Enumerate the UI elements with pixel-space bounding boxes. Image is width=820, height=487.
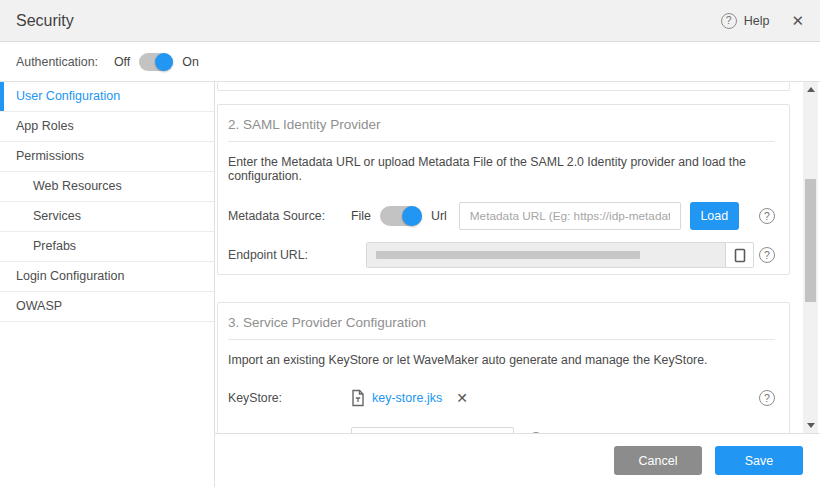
remove-keystore-icon[interactable]: ✕ (456, 391, 468, 405)
keystore-help-icon[interactable]: ? (759, 390, 775, 406)
service-provider-configuration-section: 3. Service Provider Configuration Import… (217, 302, 790, 433)
keystore-label: KeyStore: (228, 391, 351, 405)
sidebar-item-web-resources[interactable]: Web Resources (0, 172, 214, 202)
toggle-knob (155, 53, 173, 71)
sidebar-item-services[interactable]: Services (0, 202, 214, 232)
cancel-button[interactable]: Cancel (614, 446, 702, 475)
endpoint-url-field-group (366, 242, 754, 268)
sidebar-item-owasp[interactable]: OWASP (0, 292, 214, 322)
saml-identity-provider-section: 2. SAML Identity Provider Enter the Meta… (217, 104, 790, 275)
copy-icon (734, 248, 746, 263)
dialog-footer: Cancel Save (215, 433, 820, 487)
endpoint-url-help-icon[interactable]: ? (759, 247, 775, 263)
alias-input[interactable] (351, 427, 514, 433)
section-description: Enter the Metadata URL or upload Metadat… (228, 155, 775, 183)
load-button[interactable]: Load (690, 202, 739, 230)
dialog-header: Security ? Help ✕ (0, 0, 820, 42)
authentication-off-label: Off (114, 55, 130, 69)
sidebar-item-app-roles[interactable]: App Roles (0, 112, 214, 142)
endpoint-url-row: Endpoint URL: ? (228, 242, 775, 268)
scrollbar-thumb[interactable] (805, 179, 816, 302)
sidebar-item-prefabs[interactable]: Prefabs (0, 232, 214, 262)
keystore-row: KeyStore: key-store.jks ✕ ? (228, 387, 775, 409)
metadata-source-label: Metadata Source: (228, 209, 351, 223)
keystore-file-link[interactable]: key-store.jks (372, 391, 442, 405)
metadata-source-file-label: File (351, 209, 371, 223)
sidebar-item-permissions[interactable]: Permissions (0, 142, 214, 172)
file-icon (351, 389, 365, 407)
scrollbar (803, 82, 818, 433)
section-description: Import an existing KeyStore or let WaveM… (228, 353, 775, 367)
page-title: Security (16, 12, 74, 30)
help-icon[interactable]: ? (721, 13, 737, 29)
alias-help-icon[interactable]: ? (528, 432, 544, 433)
section-title: 2. SAML Identity Provider (228, 117, 775, 142)
security-dialog: Security ? Help ✕ Authentication: Off On… (0, 0, 820, 487)
authentication-toggle[interactable] (139, 53, 173, 71)
metadata-source-help-icon[interactable]: ? (759, 208, 775, 224)
save-button[interactable]: Save (715, 446, 803, 475)
content-pane: 2. SAML Identity Provider Enter the Meta… (215, 82, 820, 487)
sidebar-item-login-configuration[interactable]: Login Configuration (0, 262, 214, 292)
authentication-on-label: On (182, 55, 199, 69)
metadata-url-input[interactable] (459, 202, 681, 230)
authentication-row: Authentication: Off On (0, 42, 820, 82)
alias-row: Alias:* ? (228, 427, 775, 433)
close-icon[interactable]: ✕ (789, 11, 806, 30)
header-actions: ? Help ✕ (721, 11, 806, 30)
metadata-source-toggle[interactable] (380, 206, 422, 226)
scroll-area: 2. SAML Identity Provider Enter the Meta… (215, 82, 820, 433)
endpoint-url-label: Endpoint URL: (228, 248, 351, 262)
dialog-body: User Configuration App Roles Permissions… (0, 82, 820, 487)
authentication-label: Authentication: (16, 55, 98, 69)
copy-button[interactable] (725, 243, 753, 267)
previous-section-card-edge (217, 82, 790, 91)
metadata-source-row: Metadata Source: File Url Load ? (228, 202, 775, 230)
masked-url-value (376, 251, 640, 259)
help-link[interactable]: Help (744, 14, 770, 28)
settings-sidebar: User Configuration App Roles Permissions… (0, 82, 215, 487)
sidebar-item-user-configuration[interactable]: User Configuration (0, 82, 214, 112)
section-title: 3. Service Provider Configuration (228, 315, 775, 340)
endpoint-url-readonly-field (367, 243, 725, 267)
scroll-up-arrow[interactable] (807, 87, 815, 92)
metadata-source-url-label: Url (431, 209, 447, 223)
toggle-knob (402, 206, 422, 226)
scroll-down-arrow[interactable] (807, 423, 815, 428)
